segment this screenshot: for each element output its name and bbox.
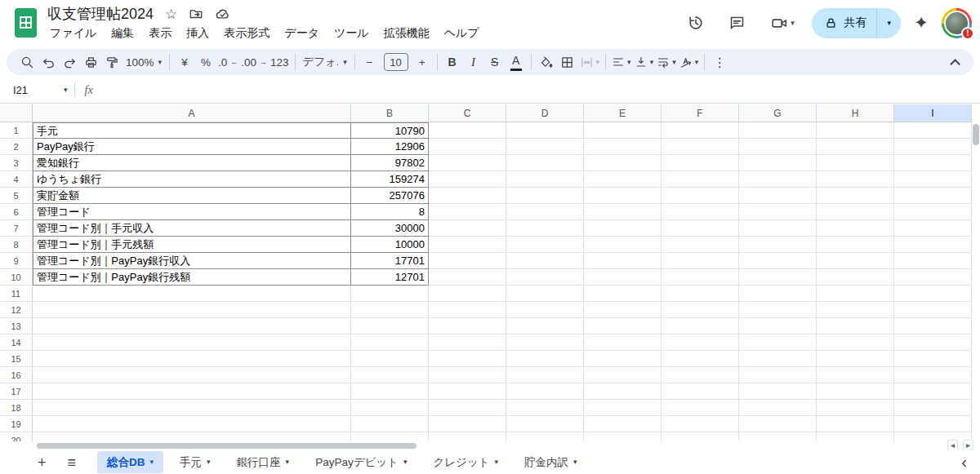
print-button[interactable] (80, 51, 101, 73)
cell-C7[interactable] (429, 220, 506, 237)
cell-E14[interactable] (584, 334, 662, 351)
cell-G6[interactable] (739, 204, 817, 220)
text-wrap-button[interactable]: ▾ (655, 51, 678, 73)
sheet-tab-paypay-debit[interactable]: PayPayデビット ▾ (305, 451, 416, 473)
cell-A10[interactable]: 管理コード別｜PayPay銀行残額 (33, 269, 351, 286)
redo-button[interactable] (59, 51, 80, 73)
cell-F3[interactable] (662, 155, 739, 171)
cell-B19[interactable] (351, 416, 429, 432)
cell-H19[interactable] (817, 416, 894, 432)
cell-H15[interactable] (817, 351, 894, 367)
cell-F6[interactable] (662, 204, 739, 220)
cell-F4[interactable] (662, 171, 739, 188)
cell-G16[interactable] (739, 367, 817, 383)
cell-D11[interactable] (506, 286, 584, 302)
row-header-18[interactable]: 18 (0, 400, 33, 416)
cell-E8[interactable] (584, 237, 662, 253)
cell-I18[interactable] (894, 400, 972, 416)
cell-E7[interactable] (584, 220, 662, 237)
cell-E4[interactable] (584, 171, 662, 188)
share-button[interactable]: 共有 (812, 8, 876, 38)
cell-E12[interactable] (584, 302, 662, 318)
vertical-align-button[interactable]: ▾ (633, 51, 656, 73)
cell-H4[interactable] (817, 171, 894, 188)
horizontal-scrollbar[interactable]: ◂ ▸ (0, 441, 980, 450)
menu-help[interactable]: ヘルプ (437, 23, 487, 44)
row-header-1[interactable]: 1 (0, 122, 33, 139)
cell-H17[interactable] (817, 383, 894, 400)
cell-I13[interactable] (894, 318, 972, 334)
sheet-tab-sogo-db[interactable]: 総合DB ▾ (97, 451, 163, 473)
cell-F12[interactable] (662, 302, 739, 318)
sheet-tab-credit[interactable]: クレジット ▾ (423, 451, 508, 473)
cell-F9[interactable] (662, 253, 739, 269)
vertical-scrollbar[interactable] (972, 104, 980, 441)
cell-G7[interactable] (739, 220, 817, 237)
strikethrough-button[interactable]: S (484, 51, 506, 73)
cell-D19[interactable] (506, 416, 584, 432)
cell-C12[interactable] (429, 302, 506, 318)
cell-G8[interactable] (739, 237, 817, 253)
paint-format-button[interactable] (101, 51, 122, 73)
cell-I1[interactable] (894, 122, 972, 139)
row-header-8[interactable]: 8 (0, 237, 33, 253)
cell-B12[interactable] (351, 302, 429, 318)
gemini-button[interactable]: ✦ (909, 7, 933, 39)
cell-E16[interactable] (584, 367, 662, 383)
cell-F8[interactable] (662, 237, 739, 253)
row-header-10[interactable]: 10 (0, 269, 33, 286)
cell-B5[interactable]: 257076 (351, 188, 429, 204)
cell-B10[interactable]: 12701 (351, 269, 429, 286)
merge-cells-button[interactable]: ▾ (578, 51, 602, 73)
cell-H2[interactable] (817, 139, 894, 155)
cell-D17[interactable] (506, 383, 584, 400)
cell-E5[interactable] (584, 188, 662, 204)
cell-E19[interactable] (584, 416, 662, 432)
cell-H9[interactable] (817, 253, 894, 269)
format-currency-button[interactable]: ¥ (174, 51, 195, 73)
join-call-button[interactable]: ▾ (761, 15, 804, 32)
cell-H14[interactable] (817, 334, 894, 351)
cell-F19[interactable] (662, 416, 739, 432)
cell-C15[interactable] (429, 351, 506, 367)
column-header-I[interactable]: I (894, 104, 972, 122)
toolbar-more-button[interactable]: ⋮ (709, 51, 730, 73)
cell-B15[interactable] (351, 351, 429, 367)
cell-A6[interactable]: 管理コード (33, 204, 351, 220)
show-side-panel-button[interactable]: ‹ (961, 453, 967, 472)
cell-I5[interactable] (894, 188, 972, 204)
share-options-button[interactable]: ▾ (877, 8, 901, 38)
text-color-button[interactable]: A (506, 51, 527, 73)
select-all-corner[interactable] (0, 104, 33, 122)
all-sheets-button[interactable]: ≡ (68, 455, 77, 470)
decrease-font-size-button[interactable]: − (359, 51, 381, 73)
text-rotation-button[interactable]: ▾ (678, 51, 701, 73)
name-box[interactable]: I21 (0, 84, 62, 96)
cell-A7[interactable]: 管理コード別｜手元収入 (33, 220, 351, 237)
column-header-H[interactable]: H (817, 104, 894, 122)
cell-G4[interactable] (739, 171, 817, 188)
cell-H6[interactable] (817, 204, 894, 220)
cell-E10[interactable] (584, 269, 662, 286)
format-percent-button[interactable]: % (195, 51, 216, 73)
cell-H7[interactable] (817, 220, 894, 237)
cell-C3[interactable] (429, 155, 506, 171)
hide-menus-button[interactable] (942, 51, 964, 73)
cell-F7[interactable] (662, 220, 739, 237)
cell-G11[interactable] (739, 286, 817, 302)
cell-A17[interactable] (33, 383, 351, 400)
cell-C1[interactable] (429, 122, 506, 139)
cell-A19[interactable] (33, 416, 351, 432)
cell-I2[interactable] (894, 139, 972, 155)
row-header-16[interactable]: 16 (0, 367, 33, 383)
cell-A13[interactable] (33, 318, 351, 334)
cell-G15[interactable] (739, 351, 817, 367)
star-icon[interactable]: ☆ (165, 7, 177, 21)
cell-I4[interactable] (894, 171, 972, 188)
cell-I15[interactable] (894, 351, 972, 367)
cell-A1[interactable]: 手元 (33, 122, 351, 139)
cell-D12[interactable] (506, 302, 584, 318)
cell-H8[interactable] (817, 237, 894, 253)
cell-B6[interactable]: 8 (351, 204, 429, 220)
cell-H5[interactable] (817, 188, 894, 204)
